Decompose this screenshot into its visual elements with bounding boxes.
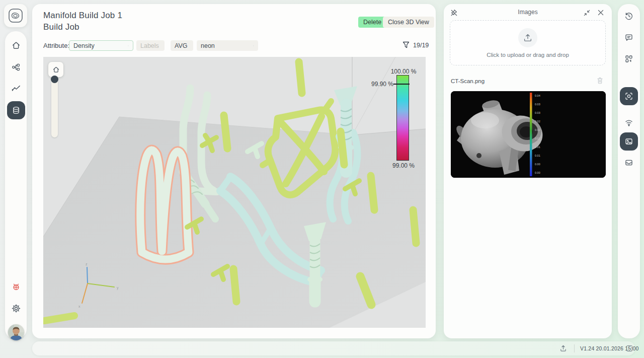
upload-hint-text: Click to upload or drag and drop <box>487 52 569 58</box>
bug-icon <box>11 282 21 292</box>
close-3d-view-button[interactable]: Close 3D View <box>383 17 434 28</box>
chevron-down-icon <box>249 44 254 47</box>
explode-slider-track[interactable] <box>51 78 58 137</box>
app-logo[interactable] <box>4 4 27 27</box>
sidebar-item-signal[interactable] <box>624 118 633 127</box>
collapse-panel-button[interactable] <box>583 9 591 17</box>
page-subtitle: Build Job <box>43 22 79 32</box>
status-bar: V1.24 20.01.2026 15:00 <box>32 341 635 355</box>
camera-scan-icon <box>624 92 633 101</box>
colormap-select[interactable]: neon <box>197 40 258 51</box>
svg-text:0.00: 0.00 <box>535 171 540 174</box>
attribute-select[interactable]: Density <box>69 40 133 51</box>
chart-icon <box>11 84 21 93</box>
filter-group[interactable]: 19/19 <box>403 41 429 49</box>
labels-select-value: Labels <box>140 42 159 49</box>
sidebar-item-inbox[interactable] <box>624 158 633 167</box>
3d-viewport[interactable]: z y x 100.00 % 99.90 % 99.00 % <box>43 57 426 328</box>
ct-scan-image: 0.04 0.03 0.03 0.02 0.02 0.02 0.01 0.01 … <box>451 91 606 178</box>
app-root: Manifold Build Job 1 Build Job Delete Cl… <box>0 0 644 358</box>
scale-marker-line <box>393 84 410 85</box>
reset-view-button[interactable] <box>48 62 63 77</box>
export-button[interactable] <box>559 344 567 352</box>
avatar-photo <box>8 324 24 340</box>
gear-icon <box>11 304 21 313</box>
svg-text:0.01: 0.01 <box>535 154 540 157</box>
trash-icon <box>596 77 604 85</box>
sidebar-item-workflow[interactable] <box>11 62 21 72</box>
scale-marker-label: 99.90 % <box>343 81 393 88</box>
status-divider <box>574 344 575 352</box>
sidebar-item-analytics[interactable] <box>11 84 21 93</box>
svg-text:x: x <box>78 305 80 308</box>
page-title: Manifold Build Job 1 <box>43 11 122 21</box>
svg-text:y: y <box>117 286 119 290</box>
close-icon <box>597 9 605 17</box>
chevron-down-icon <box>124 44 129 47</box>
labels-select[interactable]: Labels <box>136 40 165 51</box>
file-name: CT-Scan.png <box>451 78 485 84</box>
logo-icon <box>8 8 23 23</box>
svg-text:0.02: 0.02 <box>535 120 540 123</box>
avatar[interactable] <box>8 324 24 340</box>
left-sidebar <box>5 31 27 339</box>
svg-text:0.02: 0.02 <box>535 137 540 140</box>
home-view-icon <box>52 66 60 74</box>
3d-scene: z y x <box>43 57 426 328</box>
filter-count: 19/19 <box>413 42 429 49</box>
image-gallery-icon <box>624 137 633 146</box>
controls-row: Attribute: Density Labels AVG neon <box>32 40 436 51</box>
history-icon <box>624 12 633 21</box>
upload-icon-circle <box>518 28 537 47</box>
inbox-icon <box>624 158 633 167</box>
svg-text:0.00: 0.00 <box>535 163 540 166</box>
collapse-icon <box>583 9 591 17</box>
workflow-icon <box>11 62 21 72</box>
chevron-down-icon <box>159 44 163 47</box>
explode-slider-knob[interactable] <box>51 76 58 83</box>
export-icon <box>559 344 567 352</box>
sidebar-item-home[interactable] <box>11 41 21 50</box>
database-icon <box>12 106 21 115</box>
svg-text:0.04: 0.04 <box>535 94 540 97</box>
sidebar-item-apps[interactable] <box>624 54 633 63</box>
svg-text:0.03: 0.03 <box>535 111 540 114</box>
delete-button[interactable]: Delete <box>358 17 386 28</box>
sidebar-item-data-active[interactable] <box>7 101 25 119</box>
svg-text:0.01: 0.01 <box>535 146 540 149</box>
chevron-down-icon <box>187 44 189 47</box>
scale-min-label: 99.00 % <box>383 162 424 169</box>
stop-square-button[interactable] <box>626 345 632 351</box>
upload-dropzone[interactable]: Click to upload or drag and drop <box>450 20 606 65</box>
sidebar-item-settings[interactable] <box>11 304 21 313</box>
ct-scan-thumbnail[interactable]: 0.04 0.03 0.03 0.02 0.02 0.02 0.01 0.01 … <box>451 91 606 178</box>
color-scale-bar <box>396 75 409 161</box>
home-icon <box>11 41 21 50</box>
comments-icon <box>624 33 633 42</box>
colormap-select-value: neon <box>201 42 215 49</box>
sidebar-item-comments[interactable] <box>624 33 633 42</box>
close-panel-button[interactable] <box>597 9 605 17</box>
images-panel: Images Click to upload or drag and drop … <box>444 4 612 338</box>
signal-icon <box>624 118 633 127</box>
right-sidebar <box>618 4 640 338</box>
aggregation-select-value: AVG <box>175 42 187 49</box>
svg-text:z: z <box>86 262 88 266</box>
svg-text:0.02: 0.02 <box>535 128 540 131</box>
delete-file-button[interactable] <box>596 77 604 85</box>
main-panel: Manifold Build Job 1 Build Job Delete Cl… <box>32 4 436 338</box>
sidebar-item-history[interactable] <box>624 12 633 21</box>
sidebar-item-images-active[interactable] <box>620 132 638 151</box>
attribute-select-value: Density <box>73 42 95 49</box>
attribute-label: Attribute: <box>43 42 69 49</box>
sidebar-item-debug[interactable] <box>11 282 21 292</box>
apps-grid-icon <box>624 54 633 63</box>
scale-max-label: 100.00 % <box>383 68 424 75</box>
aggregation-select[interactable]: AVG <box>171 40 193 51</box>
filter-icon <box>403 41 410 49</box>
sidebar-item-scan-active[interactable] <box>620 87 638 105</box>
svg-text:0.03: 0.03 <box>535 103 540 106</box>
upload-icon <box>523 33 533 43</box>
